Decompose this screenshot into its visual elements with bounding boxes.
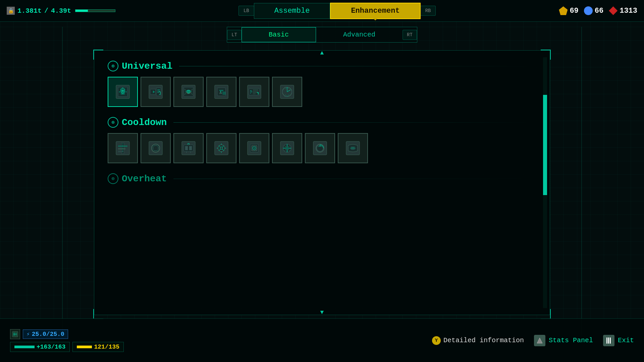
lt-button[interactable]: LT bbox=[227, 30, 241, 40]
svg-rect-29 bbox=[185, 146, 188, 150]
scroll-arrow-down: ▼ bbox=[320, 309, 324, 316]
universal-section-line bbox=[179, 66, 533, 66]
weight-bar bbox=[75, 9, 115, 12]
skill-icon-c1[interactable] bbox=[108, 133, 138, 163]
energy-icon-bolt: ⚡ bbox=[26, 331, 30, 338]
cooldown-section-title: Cooldown bbox=[122, 117, 167, 128]
stats-panel-button[interactable]: Stats Panel bbox=[534, 335, 593, 346]
cooldown-section-line bbox=[173, 122, 533, 123]
stat-bars: +163/163 121/135 bbox=[10, 342, 124, 352]
energy-value: 25.0/25.0 bbox=[32, 331, 64, 338]
universal-section-header: ⊕ Universal bbox=[108, 61, 533, 71]
overheat-section-header: ⊕ Overheat bbox=[108, 173, 533, 184]
exit-icon bbox=[603, 335, 614, 346]
blue-resource: 66 bbox=[584, 6, 603, 15]
lock-icon: 🔒 bbox=[7, 7, 15, 15]
skill-icon-c2[interactable] bbox=[141, 133, 171, 163]
overheat-section-title: Overheat bbox=[122, 174, 167, 184]
skill-icon-c6[interactable] bbox=[272, 133, 302, 163]
energy-icon-box bbox=[10, 329, 20, 339]
skill-icon-u4[interactable] bbox=[206, 77, 236, 107]
red-icon bbox=[609, 6, 618, 15]
universal-icon-grid bbox=[108, 77, 533, 107]
secondary-tab-bar: LT Basic Advanced RT bbox=[227, 27, 417, 43]
weight-bar-fill bbox=[75, 10, 88, 12]
detail-info-icon: Y bbox=[432, 336, 441, 345]
rb-button[interactable]: RB bbox=[420, 6, 436, 16]
skill-icon-u2[interactable] bbox=[141, 77, 171, 107]
ammo-value: 121/135 bbox=[94, 344, 119, 350]
main-content-panel: ⊕ Universal bbox=[94, 50, 550, 315]
red-resource: 1313 bbox=[609, 6, 637, 15]
blue-icon bbox=[584, 6, 593, 15]
rt-button[interactable]: RT bbox=[402, 30, 417, 40]
ammo-bar bbox=[77, 346, 92, 348]
content-inner: ⊕ Universal bbox=[94, 51, 550, 315]
skill-icon-c7[interactable] bbox=[305, 133, 335, 163]
scroll-arrow-up: ▲ bbox=[320, 50, 324, 56]
skill-icon-u1[interactable] bbox=[108, 77, 138, 107]
top-center-nav: LB Assemble Enhancement RB bbox=[115, 3, 559, 19]
tab-assemble-button[interactable]: Assemble bbox=[254, 3, 330, 19]
hp-bar bbox=[14, 346, 35, 348]
svg-rect-13 bbox=[223, 92, 225, 95]
skill-icon-u6[interactable] bbox=[272, 77, 302, 107]
red-value: 1313 bbox=[620, 7, 637, 15]
universal-section-title: Universal bbox=[122, 61, 172, 71]
top-bar: 🔒 1.381t / 4.39t LB Assemble Enhancement… bbox=[0, 0, 644, 22]
resource-display: 69 66 1313 bbox=[559, 6, 637, 15]
tab-advanced[interactable]: Advanced bbox=[316, 27, 402, 42]
skill-icon-c4[interactable] bbox=[206, 133, 236, 163]
skill-icon-u5[interactable] bbox=[239, 77, 269, 107]
lb-button[interactable]: LB bbox=[238, 6, 254, 16]
blue-value: 66 bbox=[595, 7, 603, 15]
gold-resource: 69 bbox=[559, 6, 578, 15]
hp-value: +163/163 bbox=[37, 344, 65, 350]
stats-panel-icon bbox=[534, 335, 545, 346]
tab-basic[interactable]: Basic bbox=[241, 27, 316, 42]
detailed-info-label: Detailed information bbox=[443, 337, 524, 344]
bottom-right-controls: Y Detailed information Stats Panel Exit bbox=[432, 335, 634, 346]
tab-enhancement-button[interactable]: Enhancement bbox=[330, 3, 420, 19]
skill-icon-c3[interactable] bbox=[173, 133, 204, 163]
skill-icon-c8[interactable] bbox=[338, 133, 368, 163]
svg-rect-23 bbox=[118, 148, 125, 149]
bg-decoration-right bbox=[581, 27, 582, 335]
universal-section-icon: ⊕ bbox=[108, 61, 118, 71]
exit-label: Exit bbox=[618, 337, 634, 344]
overheat-section-line bbox=[173, 179, 533, 179]
game-screen: 🔒 1.381t / 4.39t LB Assemble Enhancement… bbox=[0, 0, 644, 362]
gold-value: 69 bbox=[570, 7, 578, 15]
ammo-stat: 121/135 bbox=[72, 342, 124, 352]
svg-point-38 bbox=[254, 147, 255, 149]
exit-button[interactable]: Exit bbox=[603, 335, 634, 346]
weight-separator: / bbox=[44, 7, 48, 15]
skill-icon-u3[interactable] bbox=[173, 77, 204, 107]
gold-icon bbox=[559, 6, 568, 15]
scrollbar-thumb[interactable] bbox=[543, 95, 547, 195]
stats-panel-label: Stats Panel bbox=[549, 337, 593, 344]
hp-stat: +163/163 bbox=[10, 342, 70, 352]
weight-current: 1.381t bbox=[17, 7, 42, 15]
svg-rect-30 bbox=[189, 146, 192, 150]
skill-icon-c5[interactable] bbox=[239, 133, 269, 163]
overheat-section-icon: ⊕ bbox=[108, 173, 118, 184]
scrollbar-track[interactable] bbox=[543, 57, 547, 308]
svg-marker-48 bbox=[537, 338, 542, 343]
cooldown-icon-grid bbox=[108, 133, 533, 163]
detailed-info-button[interactable]: Y Detailed information bbox=[432, 336, 524, 345]
bg-decoration-left bbox=[62, 27, 63, 335]
cooldown-section-header: ⊗ Cooldown bbox=[108, 117, 533, 128]
cooldown-section-icon: ⊗ bbox=[108, 117, 118, 128]
energy-bar: ⚡ 25.0/25.0 bbox=[23, 329, 68, 339]
energy-row: ⚡ 25.0/25.0 bbox=[10, 329, 124, 339]
bottom-bar: ⚡ 25.0/25.0 +163/163 121/135 Y Detailed … bbox=[0, 318, 644, 362]
bottom-left-stats: ⚡ 25.0/25.0 +163/163 121/135 bbox=[10, 329, 124, 352]
svg-point-33 bbox=[220, 147, 223, 149]
svg-point-43 bbox=[316, 144, 324, 152]
svg-point-10 bbox=[187, 90, 190, 93]
weight-max: 4.39t bbox=[51, 7, 71, 15]
weight-display: 🔒 1.381t / 4.39t bbox=[7, 7, 115, 15]
svg-point-41 bbox=[286, 147, 288, 149]
